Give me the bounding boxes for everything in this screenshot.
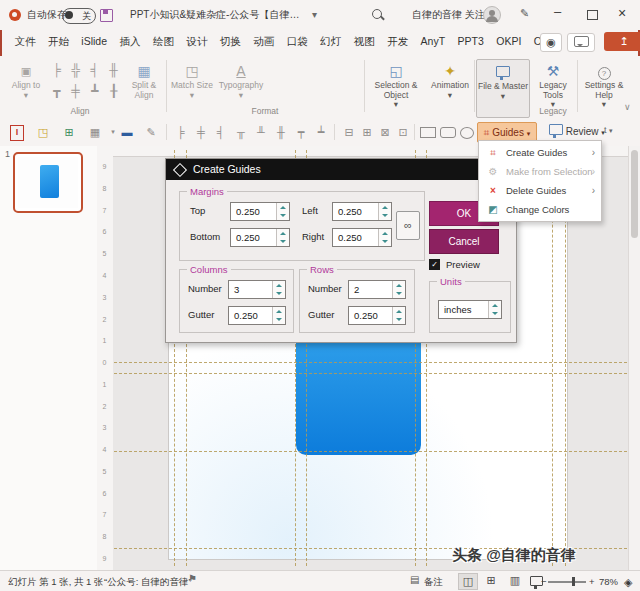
distribute-h-tool-icon[interactable]: ┯ <box>292 123 310 141</box>
document-title[interactable]: PPT小知识&疑难杂症-公众号【自律… <box>130 8 299 22</box>
align-bottom-tool-icon[interactable]: ╨ <box>252 123 270 141</box>
zoom-slider-thumb[interactable] <box>572 577 575 586</box>
tab-file[interactable]: 文件 <box>10 30 39 56</box>
align-top-tool-icon[interactable]: ╥ <box>232 123 250 141</box>
columns-gutter-input[interactable]: 0.250 <box>228 306 286 325</box>
spinner[interactable] <box>378 203 391 220</box>
tab-home[interactable]: 开始 <box>44 30 73 56</box>
spinner[interactable] <box>276 229 289 246</box>
menu-item-create-guides[interactable]: ⌗ Create Guides › <box>479 143 601 163</box>
spinner[interactable] <box>272 307 285 324</box>
tab-animations[interactable]: 动画 <box>249 30 278 56</box>
record-button[interactable]: ◉ <box>540 33 562 52</box>
comments-button[interactable] <box>567 33 595 52</box>
share-button[interactable]: ↥ <box>604 32 640 51</box>
align-left-icon[interactable]: ╞ <box>48 62 65 79</box>
tab-koudai[interactable]: 口袋 <box>283 30 312 56</box>
media-tool-icon[interactable]: ▦ <box>86 123 104 141</box>
slide-sorter-view-button[interactable]: ⊞ <box>482 573 500 588</box>
bring-front-icon[interactable]: ⊠ <box>376 123 394 141</box>
zoom-out-button[interactable]: − <box>541 573 547 591</box>
bar-tool-icon[interactable]: ▬ <box>118 123 136 141</box>
tab-draw[interactable]: 绘图 <box>149 30 178 56</box>
align-middle-tool-icon[interactable]: ╫ <box>272 123 290 141</box>
tab-slideshow[interactable]: 幻灯 <box>316 30 345 56</box>
match-size-button[interactable]: ◳ Match Size ▾ <box>170 59 214 116</box>
align-top-icon[interactable]: ┳ <box>48 83 65 100</box>
rounded-rectangle-shape-icon[interactable] <box>440 127 456 138</box>
cancel-button[interactable]: Cancel <box>429 229 499 254</box>
margin-bottom-input[interactable]: 0.250 <box>230 228 290 247</box>
notes-button[interactable]: 备注 <box>424 573 443 591</box>
tab-developer[interactable]: 开发 <box>383 30 412 56</box>
tab-islide[interactable]: iSlide <box>77 30 111 56</box>
dialog-title-bar[interactable]: Create Guides <box>166 159 516 180</box>
spinner[interactable] <box>392 281 405 298</box>
maximize-button[interactable] <box>587 10 598 20</box>
align-bottom-icon[interactable]: ┻ <box>86 83 103 100</box>
canvas-scrollbar[interactable] <box>628 146 640 570</box>
zoom-in-button[interactable]: + <box>589 573 595 591</box>
align-center-tool-icon[interactable]: ╪ <box>192 123 210 141</box>
table-tool-icon[interactable]: ⊞ <box>60 123 78 141</box>
spinner[interactable] <box>488 301 501 318</box>
autosave-toggle[interactable]: 关 <box>62 8 96 24</box>
send-backward-icon[interactable]: ⊞ <box>358 123 376 141</box>
scrollbar-thumb[interactable] <box>631 150 638 238</box>
distribute-v-icon[interactable]: ╂ <box>105 83 122 100</box>
picture-tool-icon[interactable]: ◳ <box>34 123 52 141</box>
guide-horizontal[interactable] <box>114 373 627 374</box>
spinner[interactable] <box>378 229 391 246</box>
avatar[interactable] <box>483 6 501 24</box>
align-left-tool-icon[interactable]: ╞ <box>172 123 190 141</box>
spinner[interactable] <box>272 281 285 298</box>
text-box-icon[interactable]: I <box>10 125 24 141</box>
units-select[interactable]: inches <box>438 300 502 319</box>
search-icon[interactable] <box>372 9 382 19</box>
link-margins-button[interactable]: ∞ <box>396 211 420 240</box>
rectangle-shape-icon[interactable] <box>420 127 436 138</box>
tab-design[interactable]: 设计 <box>182 30 211 56</box>
rows-gutter-input[interactable]: 0.250 <box>348 306 406 325</box>
tab-view[interactable]: 视图 <box>350 30 379 56</box>
menu-item-change-colors[interactable]: ◩ Change Colors <box>479 200 601 220</box>
bring-forward-icon[interactable]: ⊟ <box>340 123 358 141</box>
title-dropdown-caret[interactable]: ▾ <box>312 8 317 22</box>
rows-number-input[interactable]: 2 <box>348 280 406 299</box>
animation-button[interactable]: ✦ Animation ▾ <box>427 59 473 116</box>
tab-anyt[interactable]: AnyT <box>417 30 450 56</box>
tab-insert[interactable]: 插入 <box>116 30 145 56</box>
preview-checkbox[interactable]: ✓ <box>429 259 440 270</box>
send-back-icon[interactable]: ⊡ <box>394 123 412 141</box>
align-right-icon[interactable]: ╡ <box>86 62 103 79</box>
guide-horizontal[interactable] <box>114 451 627 452</box>
spinner[interactable] <box>276 203 289 220</box>
pencil-icon[interactable]: ✎ <box>520 7 529 20</box>
fit-to-window-button[interactable]: ◈ <box>624 573 632 591</box>
columns-number-input[interactable]: 3 <box>228 280 286 299</box>
tab-ppt[interactable]: PPT3 <box>454 30 488 56</box>
notes-icon[interactable]: ▤ <box>410 574 419 585</box>
edit-tool-icon[interactable]: ✎ <box>142 123 160 141</box>
save-icon[interactable] <box>100 9 113 22</box>
align-right-tool-icon[interactable]: ╡ <box>212 123 230 141</box>
selection-object-button[interactable]: ◱ Selection & Object ▾ <box>368 59 424 116</box>
distribute-h-icon[interactable]: ╫ <box>105 62 122 79</box>
ribbon-collapse-chevron[interactable]: ∨ <box>624 102 631 112</box>
slide-thumbnail[interactable] <box>13 152 83 213</box>
reading-view-button[interactable]: ▥ <box>506 573 524 588</box>
guide-horizontal[interactable] <box>114 362 627 363</box>
margin-left-input[interactable]: 0.250 <box>332 202 392 221</box>
spinner[interactable] <box>392 307 405 324</box>
align-middle-icon[interactable]: ╪ <box>67 83 84 100</box>
split-align-button[interactable]: ▦ Split & Align <box>124 59 164 116</box>
menu-item-make-from-selection[interactable]: ⚙ Make from Selection › <box>479 162 601 182</box>
flag-icon[interactable]: ⚑ <box>188 573 197 584</box>
close-button[interactable]: × <box>618 5 626 21</box>
margin-top-input[interactable]: 0.250 <box>230 202 290 221</box>
normal-view-button[interactable]: ◫ <box>458 573 478 590</box>
minimize-button[interactable]: – <box>554 4 561 19</box>
menu-item-delete-guides[interactable]: × Delete Guides › <box>479 181 601 201</box>
ellipse-shape-icon[interactable] <box>460 127 474 139</box>
zoom-slider-track[interactable] <box>548 581 586 583</box>
